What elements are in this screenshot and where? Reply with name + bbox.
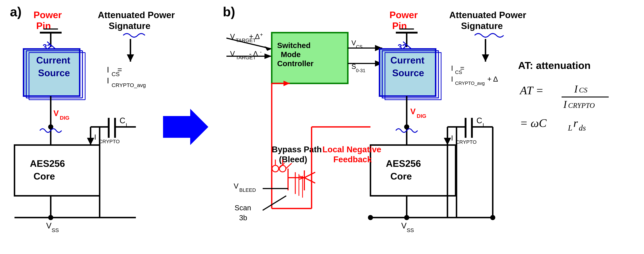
arrow-ab-body: [163, 116, 190, 138]
vdig-a: V: [54, 109, 59, 118]
icrypto-sub2-a: CRYPTO: [99, 139, 120, 144]
vtarget-plus-sup: +: [260, 32, 263, 37]
smc-label1: Switched: [277, 41, 310, 50]
ics-numerator: I: [574, 83, 578, 95]
aes-label-b2: Core: [390, 171, 412, 181]
ics-num-sub: CS: [579, 86, 588, 94]
cl-label-b: C: [476, 116, 482, 125]
vss-a: V: [46, 221, 52, 230]
icrypto-label-b: I: [451, 134, 453, 142]
att-power-label-a2: Signature: [109, 21, 150, 31]
icrypto-denom: I: [563, 99, 567, 110]
bypass-label: Bypass Path: [272, 145, 322, 154]
cs-label-a1: Current: [36, 55, 70, 66]
scan-label: Scan: [234, 204, 251, 212]
vss-sub-b: SS: [407, 227, 414, 233]
att-power-label-a: Attenuated Power: [98, 10, 175, 20]
vcs-label: V: [352, 39, 356, 47]
vss-b: V: [401, 221, 407, 230]
att-power-label-b: Attenuated Power: [449, 10, 526, 20]
aes-label-b1: AES256: [386, 158, 421, 169]
at-formula2: = ωC: [520, 117, 547, 129]
aes-label-a2: Core: [34, 171, 55, 181]
cs-label-b2: Source: [392, 68, 424, 78]
icrypto-b: I: [451, 75, 453, 83]
vbleed-label: V: [234, 182, 238, 190]
node-vss-a: [48, 215, 53, 220]
icrypto-denom-sub: CRYPTO: [568, 101, 595, 110]
power-pin-label-a: Power: [34, 10, 62, 20]
feedback-label: Feedback: [333, 155, 372, 164]
power-pin-label-b: Power: [390, 10, 418, 20]
ics-eq-a2: =: [118, 65, 122, 74]
circuit-diagram: a) Power Pin 32 Current Source Attenuate…: [0, 0, 644, 254]
local-neg-label: Local Negative: [322, 145, 381, 154]
section-b-label: b): [223, 5, 235, 19]
at-attenuation-label: AT: attenuation: [518, 60, 590, 71]
icrypto-sub-a: CRYPTO_avg: [112, 82, 146, 88]
rds-sub: ds: [579, 123, 586, 132]
cl-sub2: L: [568, 123, 572, 132]
cs-label-a2: Source: [38, 68, 70, 78]
icrypto-label-a: I: [94, 133, 96, 141]
ics-eq-b2: =: [460, 64, 464, 72]
node-vss-b: [404, 215, 409, 220]
scan-3b: 3b: [239, 214, 247, 222]
delta-b: + Δ: [487, 75, 498, 83]
ics-eq-a: I: [107, 65, 109, 74]
rds: r: [573, 117, 578, 129]
ics-eq-b1: I: [451, 64, 453, 72]
icrypto-a: I: [107, 76, 109, 85]
vdig-sub-b: DIG: [417, 113, 426, 119]
smc-label3: Controller: [277, 59, 314, 68]
vss-sub-a: SS: [52, 227, 59, 233]
vdig-sub-a: DIG: [60, 115, 70, 121]
aes-box-b: [370, 145, 456, 196]
att-power-label-b2: Signature: [461, 21, 503, 31]
cs-label-b1: Current: [390, 55, 424, 66]
s031-label: S: [352, 63, 356, 70]
s031-sub: 0-31: [356, 68, 366, 73]
vdig-b: V: [410, 107, 416, 116]
vtarget-minus-sup: -: [260, 49, 262, 55]
node-bottom-right-b: [490, 215, 495, 220]
bleed-label: (Bleed): [279, 155, 307, 164]
node-vss-left-b: [368, 215, 373, 220]
smc-label2: Mode: [281, 50, 301, 59]
section-a-label: a): [10, 5, 22, 19]
icrypto-sub2-b: CRYPTO: [456, 139, 476, 145]
cl-sub-b: L: [482, 122, 486, 128]
at-formula1: AT =: [519, 84, 544, 97]
vbleed-sub: BLEED: [239, 187, 256, 193]
aes-label-a1: AES256: [30, 158, 65, 169]
aes-box-a: [14, 145, 100, 196]
cl-label-a: C: [120, 116, 125, 125]
diagram-container: a) Power Pin 32 Current Source Attenuate…: [0, 0, 644, 254]
vtarget-plus2: + Δ: [249, 33, 260, 41]
cl-sub-a: L: [126, 122, 129, 128]
icrypto-sub-b: CRYPTO_avg: [455, 81, 485, 86]
vcs-sub: CS: [356, 44, 362, 50]
